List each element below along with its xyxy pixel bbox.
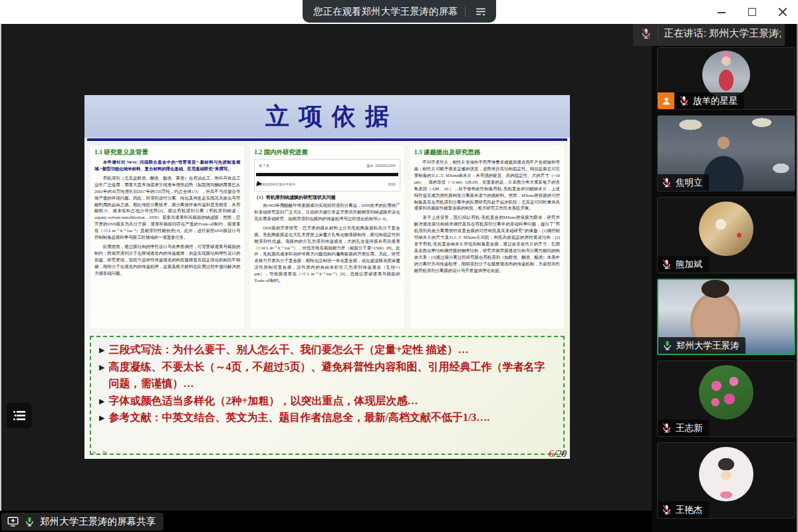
column-subheading: （1）有机溶剂纳滤膜的研究现状及问题: [254, 194, 400, 201]
mic-muted-icon: [678, 95, 690, 106]
doc-year: 2018: [388, 182, 396, 186]
active-speaker-banner: 正在讲话: 郑州大学王景涛;: [633, 21, 785, 46]
column-paragraph: 应用层面，通过膜结构的理性设计与表界面调控，可望突破通量与截留的制约；而揭示溶剂…: [94, 243, 240, 277]
participant-tile[interactable]: 放羊的星星: [657, 47, 795, 110]
participant-name: 郑州大学王景涛: [676, 340, 739, 352]
participant-name: 放羊的星星: [693, 95, 738, 107]
embedded-document-screenshot: 第 7 页 版本: 18092013434 国家自然科学基金申请书 2018: [254, 159, 400, 192]
column-research-significance: 1.1 研究意义及背景 本申请针对 NFSC-河南联合基金中的“培育项目”-新材…: [90, 146, 244, 329]
mic-on-icon: [24, 516, 35, 527]
participant-tile[interactable]: 王志新: [657, 360, 795, 437]
doc-title: 国家自然科学基金申请书: [259, 182, 295, 186]
avatar: [699, 447, 753, 501]
host-badge: [658, 92, 674, 109]
slideshow-nav-controls[interactable]: ◄ ▶ ⋯: [91, 449, 124, 456]
column-research-progress: 1.2 国内外研究进展 第 7 页 版本: 18092013434 国家自然科学…: [250, 146, 404, 329]
close-button[interactable]: [778, 7, 787, 17]
column-lead-paragraph: 本申请针对 NFSC-河南联合基金中的“培育项目”-新材料与先进制造领域-“新型…: [94, 159, 240, 172]
screen-view-title: 您正在观看郑州大学王景涛的屏幕: [313, 5, 458, 18]
shared-screen-area: 立项依据 1.1 研究意义及背景 本申请针对 NFSC-河南联合基金中的“培育项…: [0, 24, 652, 511]
column-heading: 1.2 国内外研究进展: [254, 148, 400, 157]
banner-divider: [658, 27, 658, 40]
mic-muted-icon: [661, 504, 672, 515]
doc-title-row: 国家自然科学基金申请书 2018: [257, 176, 396, 189]
participant-tile[interactable]: 王艳杰: [657, 442, 795, 519]
participants-panel: 正在讲话: 郑州大学王景涛; 放羊的星星 焦明立: [652, 24, 798, 532]
participant-nameplate: 王志新: [658, 420, 709, 436]
minimize-button[interactable]: [717, 7, 726, 17]
page-current: 6: [549, 448, 554, 459]
avatar: [699, 365, 753, 420]
tip-item: ▶ 字体或颜色适当多样化（2种+加粗），以突出重点，体现层次感…: [99, 392, 555, 410]
top-bar: 您正在观看郑州大学王景涛的屏幕: [0, 0, 798, 24]
participant-nameplate: 熊加斌: [658, 256, 709, 273]
column-heading: 1.3 课题提出及研究思路: [414, 148, 560, 157]
tip-text: 高度凝练、不要太长（～4页，不超过5页）、避免科普性内容和图、引用经典工作（学者…: [108, 358, 555, 392]
mic-status: [678, 95, 690, 106]
arrow-bullet-icon: ▶: [99, 362, 104, 374]
doc-version-label: 版本: 18092013434: [366, 164, 395, 168]
participant-tile-active-speaker[interactable]: 郑州大学王景涛: [657, 279, 795, 355]
arrow-bullet-icon: ▶: [99, 412, 104, 424]
presentation-slide: 立项依据 1.1 研究意义及背景 本申请针对 NFSC-河南联合基金中的“培育项…: [84, 95, 570, 459]
window-controls: [717, 0, 787, 24]
menu-caret-icon: [475, 5, 487, 17]
participant-name: 焦明立: [676, 177, 703, 189]
participant-tile[interactable]: 焦明立: [657, 115, 795, 192]
participant-tile[interactable]: 熊加斌: [657, 197, 795, 273]
column-research-approach: 1.3 课题提出及研究思路 不同于柔性片，刚性片更倾向于有序堆叠形成规则通道而不…: [410, 146, 564, 329]
person-icon: [661, 96, 672, 106]
column-paragraph: 不同于柔性片，刚性片更倾向于有序堆叠形成规则通道而不产生褶皱和弯曲；刚性片可赋予…: [414, 159, 560, 211]
participant-name: 王志新: [676, 422, 703, 434]
tip-text: 字体或颜色适当多样化（2种+加粗），以突出重点，体现层次感…: [108, 392, 418, 410]
view-options-button[interactable]: [472, 3, 489, 19]
mic-on-icon: [662, 340, 673, 351]
participant-nameplate: 王艳杰: [658, 501, 709, 518]
participant-name: 熊加斌: [676, 259, 703, 271]
column-paragraph: 有机溶剂（尤其是醇类、酮类、酯类、苯类）在石油化工、医药与食品工业中广泛使用，用…: [94, 175, 240, 241]
mic-status: [661, 422, 672, 434]
participant-nameplate: 焦明立: [658, 174, 709, 191]
page-total: /20: [554, 448, 567, 459]
meeting-controls-toggle-button[interactable]: [7, 403, 32, 428]
screen-share-indicator[interactable]: 郑州大学王景涛的屏幕共享: [1, 513, 164, 531]
mic-status: [661, 259, 672, 270]
column-paragraph: 基于上述背景，我们拟以有机-无机复合的MXene层状膜为载体，研究并解决通道膜结…: [414, 214, 560, 273]
participant-nameplate: 放羊的星星: [658, 92, 744, 109]
slide-title: 立项依据: [256, 100, 398, 133]
doc-header-row: 第 7 页 版本: 18092013434: [257, 161, 396, 173]
doc-page-label: 第 7 页: [259, 164, 269, 168]
share-screen-icon: [7, 515, 19, 528]
participant-name: 王艳杰: [676, 504, 703, 516]
active-speaker-label: 正在讲话: 郑州大学王景涛;: [664, 27, 782, 40]
mouse-cursor-icon: [257, 181, 263, 187]
avatar: [699, 201, 753, 256]
column-paragraph: OSN膜的开发研究：已开发的膜从材料上分为无机陶瓷膜和高分子复合膜。无机陶瓷膜是…: [254, 225, 400, 284]
arrow-bullet-icon: ▶: [99, 396, 104, 408]
tip-text: 三段式写法：为什么要干、别人怎么干、我们要怎么干（定量+定性 描述）…: [108, 341, 468, 358]
writing-tips-box: ▶ 三段式写法：为什么要干、别人怎么干、我们要怎么干（定量+定性 描述）… ▶ …: [90, 336, 565, 455]
tip-item: ▶ 参考文献：中英文结合、英文为主、题目作者信息全，最新/高档文献不低于1/3……: [99, 409, 555, 426]
slide-title-banner: 立项依据: [84, 95, 570, 138]
mic-status: [661, 177, 672, 188]
mic-muted-icon: [661, 177, 672, 188]
mic-muted-icon: [640, 27, 652, 40]
tip-text: 参考文献：中英文结合、英文为主、题目作者信息全，最新/高档文献不低于1/3….: [108, 409, 489, 426]
column-paragraph: 自1963年用醋酸纤维素膜成功实现烷烃溶剂分离起，OSN技术的应用推广和基础研究…: [254, 202, 400, 222]
pill-divider: [465, 7, 466, 17]
slide-page-number: 6/20: [549, 448, 567, 460]
tip-item: ▶ 三段式写法：为什么要干、别人怎么干、我们要怎么干（定量+定性 描述）…: [99, 341, 555, 358]
share-indicator-label: 郑州大学王景涛的屏幕共享: [40, 515, 156, 528]
tip-item: ▶ 高度凝练、不要太长（～4页，不超过5页）、避免科普性内容和图、引用经典工作（…: [99, 358, 555, 392]
mic-muted-icon: [661, 422, 672, 434]
slide-columns: 1.1 研究意义及背景 本申请针对 NFSC-河南联合基金中的“培育项目”-新材…: [84, 141, 570, 329]
avatar: [702, 51, 750, 98]
list-icon: [11, 408, 27, 424]
mic-status: [661, 504, 672, 515]
screen-view-banner: 您正在观看郑州大学王景涛的屏幕: [303, 0, 496, 23]
mic-muted-icon: [661, 259, 672, 270]
maximize-button[interactable]: [747, 7, 757, 17]
column-heading: 1.1 研究意义及背景: [94, 148, 240, 157]
mic-status: [662, 340, 673, 351]
participant-nameplate: 郑州大学王景涛: [658, 337, 745, 354]
